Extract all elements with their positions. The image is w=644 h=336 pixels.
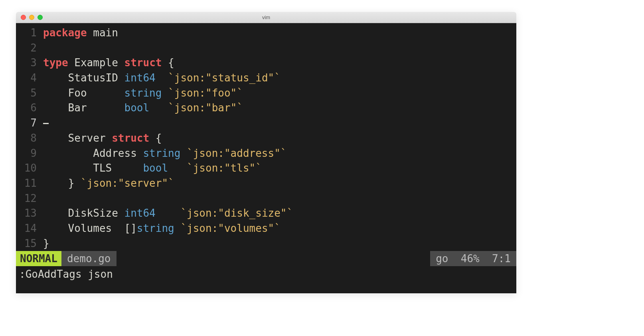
code-content[interactable]: Address string `json:"address"` <box>43 146 516 161</box>
token-kw: type <box>43 57 74 69</box>
token-ident <box>168 162 187 174</box>
token-kw: struct <box>112 132 156 144</box>
token-kw: struct <box>124 57 168 69</box>
code-line[interactable]: 13 DiskSize int64 `json:"disk_size"` <box>16 206 516 221</box>
token-punct: { <box>156 132 162 144</box>
terminal-window: vim 1package main23type Example struct {… <box>16 12 516 293</box>
line-number: 2 <box>16 41 43 56</box>
token-typ: bool <box>143 162 168 174</box>
code-content[interactable]: Foo string `json:"foo"` <box>43 86 516 101</box>
token-typ: int64 <box>124 72 156 84</box>
code-line[interactable]: 5 Foo string `json:"foo"` <box>16 86 516 101</box>
code-content[interactable] <box>43 116 516 131</box>
code-line[interactable]: 10 TLS bool `json:"tls"` <box>16 161 516 176</box>
code-line[interactable]: 12 <box>16 191 516 206</box>
minimize-icon[interactable] <box>29 15 34 20</box>
token-punct: { <box>168 57 174 69</box>
code-line[interactable]: 3type Example struct { <box>16 55 516 71</box>
close-icon[interactable] <box>21 15 26 20</box>
code-content[interactable] <box>43 191 516 206</box>
token-ident <box>180 147 187 159</box>
code-line[interactable]: 11 } `json:"server"` <box>16 176 516 191</box>
code-content[interactable]: type Example struct { <box>43 55 516 71</box>
token-tag: `json:"bar"` <box>168 102 243 114</box>
status-bar: NORMAL demo.go go 46% 7:1 <box>16 251 516 266</box>
token-ident: Server <box>43 132 112 144</box>
token-tag: `json:"disk_size"` <box>180 207 293 219</box>
code-line[interactable]: 1package main <box>16 26 516 41</box>
window-title: vim <box>262 14 270 20</box>
line-number: 11 <box>16 176 43 191</box>
code-content[interactable]: } `json:"server"` <box>43 176 516 191</box>
command-line[interactable]: :GoAddTags json <box>16 266 516 293</box>
token-ident <box>156 72 168 84</box>
status-spacer <box>117 251 431 266</box>
code-content[interactable]: package main <box>43 26 516 41</box>
line-number: 12 <box>16 191 43 206</box>
line-number: 6 <box>16 101 43 116</box>
token-ident: Volumes [] <box>43 222 137 234</box>
token-ident: StatusID <box>43 72 124 84</box>
token-typ: int64 <box>124 207 156 219</box>
code-content[interactable]: DiskSize int64 `json:"disk_size"` <box>43 206 516 221</box>
line-number: 14 <box>16 221 43 236</box>
token-tag: `json:"address"` <box>187 147 286 159</box>
token-tag: `json:"foo"` <box>168 87 243 99</box>
line-number: 8 <box>16 131 43 146</box>
window-titlebar: vim <box>16 12 516 23</box>
line-number: 4 <box>16 71 43 86</box>
token-ident <box>74 177 81 189</box>
line-number: 9 <box>16 146 43 161</box>
editor-area[interactable]: 1package main23type Example struct {4 St… <box>16 23 516 251</box>
code-line[interactable]: 2 <box>16 41 516 56</box>
token-ident <box>149 102 168 114</box>
token-ident <box>43 177 68 189</box>
line-number: 5 <box>16 86 43 101</box>
token-ident: DiskSize <box>43 207 124 219</box>
token-ident: main <box>93 27 118 39</box>
token-tag: `json:"volumes"` <box>180 222 280 234</box>
code-content[interactable]: Volumes []string `json:"volumes"` <box>43 221 516 236</box>
code-content[interactable]: } <box>43 236 516 251</box>
token-typ: string <box>124 87 162 99</box>
code-line[interactable]: 14 Volumes []string `json:"volumes"` <box>16 221 516 236</box>
status-filetype: go <box>436 253 448 265</box>
code-line[interactable]: 6 Bar bool `json:"bar"` <box>16 101 516 116</box>
token-ident: Bar <box>43 102 124 114</box>
line-number: 10 <box>16 161 43 176</box>
token-ident: Example <box>74 57 124 69</box>
code-line[interactable]: 15} <box>16 236 516 251</box>
token-typ: string <box>137 222 174 234</box>
line-number: 3 <box>16 55 43 71</box>
cursor <box>43 123 49 124</box>
line-number: 15 <box>16 236 43 251</box>
maximize-icon[interactable] <box>38 15 43 20</box>
code-line[interactable]: 8 Server struct { <box>16 131 516 146</box>
status-mode: NORMAL <box>16 251 61 266</box>
token-typ: bool <box>124 102 150 114</box>
code-content[interactable]: TLS bool `json:"tls"` <box>43 161 516 176</box>
code-content[interactable]: Server struct { <box>43 131 516 146</box>
token-tag: `json:"status_id"` <box>168 72 281 84</box>
status-position: 7:1 <box>492 253 511 265</box>
status-filename: demo.go <box>61 251 117 266</box>
token-tag: `json:"tls"` <box>187 162 262 174</box>
status-percent: 46% <box>461 253 480 265</box>
token-ident: TLS <box>43 162 143 174</box>
token-ident <box>162 87 168 99</box>
code-line[interactable]: 9 Address string `json:"address"` <box>16 146 516 161</box>
code-content[interactable]: StatusID int64 `json:"status_id"` <box>43 71 516 86</box>
token-punct: } <box>68 177 75 189</box>
token-kw: package <box>43 27 93 39</box>
line-number: 13 <box>16 206 43 221</box>
code-line[interactable]: 7 <box>16 116 516 131</box>
token-ident <box>174 222 181 234</box>
code-content[interactable] <box>43 41 516 56</box>
code-line[interactable]: 4 StatusID int64 `json:"status_id"` <box>16 71 516 86</box>
token-tag: `json:"server"` <box>81 177 174 189</box>
status-right: go 46% 7:1 <box>430 251 516 266</box>
line-number: 1 <box>16 26 43 41</box>
code-content[interactable]: Bar bool `json:"bar"` <box>43 101 516 116</box>
traffic-lights <box>21 15 43 20</box>
token-ident: Foo <box>43 87 124 99</box>
